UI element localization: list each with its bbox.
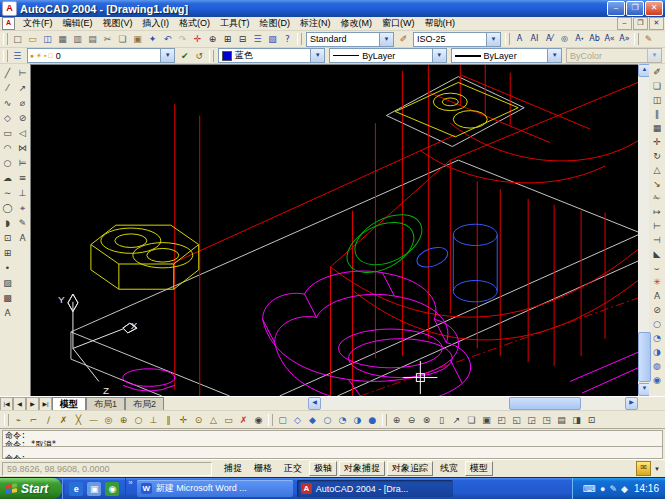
dim-edit-icon[interactable]: ✎ bbox=[16, 215, 30, 230]
chevron-down-icon[interactable]: ▼ bbox=[160, 49, 174, 62]
tab-layout1[interactable]: 布局1 bbox=[86, 397, 125, 410]
mtext-icon[interactable]: A bbox=[512, 32, 527, 46]
copy-faces-icon[interactable]: ◳ bbox=[539, 413, 554, 427]
toolbar-grip[interactable] bbox=[297, 33, 302, 45]
hidden-icon[interactable]: ◆ bbox=[305, 413, 320, 427]
toolbar-grip[interactable] bbox=[209, 50, 214, 62]
color-faces-icon[interactable]: ◲ bbox=[524, 413, 539, 427]
edit-text-icon[interactable]: A⁄ bbox=[542, 32, 557, 46]
ortho-toggle[interactable]: 正交 bbox=[279, 461, 307, 476]
revcloud-icon[interactable]: ☁ bbox=[1, 170, 15, 185]
snap-insert-icon[interactable]: ✛ bbox=[176, 413, 191, 427]
otrack-toggle[interactable]: 对象追踪 bbox=[387, 461, 433, 476]
chamfer-icon[interactable]: ◣ bbox=[650, 247, 664, 261]
wireframe-2d-icon[interactable]: ▢ bbox=[275, 413, 290, 427]
publish-icon[interactable]: ▤ bbox=[85, 32, 100, 46]
ellipse-arc-icon[interactable]: ◗ bbox=[1, 215, 15, 230]
text-style-combo[interactable]: Standard ▼ bbox=[306, 32, 394, 47]
offset-icon[interactable]: ∥ bbox=[650, 107, 664, 121]
chevron-down-icon[interactable]: ▼ bbox=[310, 49, 324, 62]
keyboard-tray-icon[interactable]: ⌨ bbox=[583, 484, 596, 494]
move-icon[interactable]: ✛ bbox=[650, 135, 664, 149]
save-icon[interactable]: ◫ bbox=[40, 32, 55, 46]
drawing-canvas[interactable]: Y X Z bbox=[30, 64, 638, 396]
make-block-icon[interactable]: ⊞ bbox=[1, 245, 15, 260]
drawing-file-icon[interactable]: A bbox=[2, 17, 15, 30]
text-edit-icon[interactable]: A bbox=[650, 289, 664, 303]
shade-flat-icon[interactable]: ◍ bbox=[650, 359, 664, 373]
close-button[interactable]: ✕ bbox=[645, 1, 663, 16]
lwt-toggle[interactable]: 线宽 bbox=[435, 461, 463, 476]
vertical-scrollbar[interactable]: ▲ ▼ bbox=[638, 64, 649, 396]
horizontal-scrollbar[interactable]: ◀ ▶ bbox=[308, 397, 638, 410]
tab-next-button[interactable]: ▶ bbox=[26, 397, 39, 411]
color-combo[interactable]: 蓝色 ▼ bbox=[218, 48, 326, 63]
gouraud-shaded-icon[interactable]: ◔ bbox=[335, 413, 350, 427]
menu-item[interactable]: 标注(N) bbox=[295, 17, 336, 30]
zoom-previous-icon[interactable]: ⊟ bbox=[235, 32, 250, 46]
menu-item[interactable]: 插入(I) bbox=[138, 17, 175, 30]
offset-faces-icon[interactable]: ❏ bbox=[464, 413, 479, 427]
paste-icon[interactable]: ▣ bbox=[130, 32, 145, 46]
cut-icon[interactable]: ✂ bbox=[100, 32, 115, 46]
rotate-faces-icon[interactable]: ◰ bbox=[494, 413, 509, 427]
color-edges-icon[interactable]: ▤ bbox=[554, 413, 569, 427]
mirror-icon[interactable]: ◫ bbox=[650, 93, 664, 107]
horizontal-scroll-thumb[interactable] bbox=[509, 397, 581, 410]
pan-icon[interactable]: ✛ bbox=[190, 32, 205, 46]
tab-last-button[interactable]: ▶| bbox=[39, 397, 52, 411]
layer-combo[interactable]: ● ☀ ▪ □ 0 ▼ bbox=[27, 48, 176, 63]
point-icon[interactable]: • bbox=[1, 260, 15, 275]
snap-center-icon[interactable]: ◎ bbox=[101, 413, 116, 427]
insert-block-icon[interactable]: ⊡ bbox=[1, 230, 15, 245]
quick-dim-icon[interactable]: ⋈ bbox=[16, 140, 30, 155]
intersect-icon[interactable]: ⊗ bbox=[419, 413, 434, 427]
command-history[interactable]: 命令:命令: *取消* bbox=[2, 430, 663, 446]
justify-text-icon[interactable]: A« bbox=[602, 32, 617, 46]
mdi-restore-button[interactable]: ❐ bbox=[633, 17, 648, 30]
scale-text-icon[interactable]: Ab bbox=[587, 32, 602, 46]
dim-style-icon[interactable]: A bbox=[16, 230, 30, 245]
wireframe-3d-icon[interactable]: ◇ bbox=[290, 413, 305, 427]
undo-icon[interactable]: ↶ bbox=[160, 32, 175, 46]
show-desktop-icon[interactable]: ▣ bbox=[87, 482, 101, 496]
single-text-icon[interactable]: AI bbox=[527, 32, 542, 46]
toolbar-grip[interactable] bbox=[3, 33, 8, 45]
polygon-icon[interactable]: ◇ bbox=[1, 110, 15, 125]
aligned-dim-icon[interactable]: ↗ bbox=[16, 80, 30, 95]
menu-item[interactable]: 文件(F) bbox=[18, 17, 58, 30]
rotate-icon[interactable]: ↻ bbox=[650, 149, 664, 163]
baseline-dim-icon[interactable]: ⊨ bbox=[16, 155, 30, 170]
explode-icon[interactable]: ✳ bbox=[650, 275, 664, 289]
flat-edges-icon[interactable]: ◑ bbox=[350, 413, 365, 427]
menu-item[interactable]: 窗口(W) bbox=[377, 17, 420, 30]
toolbar-grip[interactable] bbox=[505, 33, 510, 45]
grid-toggle[interactable]: 栅格 bbox=[249, 461, 277, 476]
make-layer-current-icon[interactable]: ✔ bbox=[177, 49, 192, 63]
task-autocad[interactable]: A AutoCAD 2004 - [Dra... bbox=[297, 480, 453, 497]
snap-perpendicular-icon[interactable]: ⊥ bbox=[146, 413, 161, 427]
media-player-icon[interactable]: ◉ bbox=[105, 482, 119, 496]
ie-quicklaunch-icon[interactable]: e bbox=[69, 482, 83, 496]
properties-icon[interactable]: ☰ bbox=[250, 32, 265, 46]
shade-2d-icon[interactable]: ○ bbox=[650, 317, 664, 331]
snap-toggle[interactable]: 捕捉 bbox=[219, 461, 247, 476]
circle-icon[interactable]: ○ bbox=[1, 155, 15, 170]
array-icon[interactable]: ▦ bbox=[650, 121, 664, 135]
shade-gouraud-icon[interactable]: ◉ bbox=[650, 373, 664, 387]
angular-dim-icon[interactable]: ◁ bbox=[16, 125, 30, 140]
minimize-button[interactable]: – bbox=[607, 1, 625, 16]
restore-button[interactable]: ❐ bbox=[626, 1, 644, 16]
open-icon[interactable]: ▭ bbox=[25, 32, 40, 46]
delete-faces-icon[interactable]: ▣ bbox=[479, 413, 494, 427]
designcenter-icon[interactable]: ▧ bbox=[265, 32, 280, 46]
toolbar-grip[interactable] bbox=[4, 414, 9, 426]
toolbar-grip[interactable] bbox=[382, 414, 387, 426]
center-mark-icon[interactable]: ⌖ bbox=[16, 200, 30, 215]
snap-off-icon[interactable]: ✗ bbox=[236, 413, 251, 427]
chevron-down-icon[interactable]: ▼ bbox=[379, 33, 393, 46]
text-style-icon[interactable]: A˖ bbox=[572, 32, 587, 46]
snap-endpoint-icon[interactable]: ∕ bbox=[41, 413, 56, 427]
trim-icon[interactable]: ✁ bbox=[650, 191, 664, 205]
continue-dim-icon[interactable]: ≡ bbox=[16, 170, 30, 185]
